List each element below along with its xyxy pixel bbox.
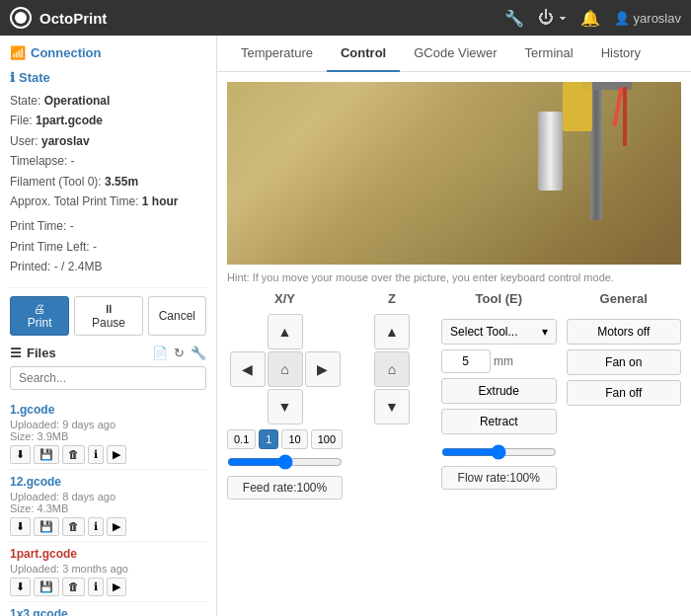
file-name-label[interactable]: 1x3.gcode bbox=[10, 607, 206, 616]
motors-off-label: Motors off bbox=[597, 325, 650, 339]
refresh-icon[interactable]: ↻ bbox=[174, 346, 185, 360]
download-btn[interactable]: ⬇ bbox=[10, 517, 31, 536]
tools-icon[interactable]: 🔧 bbox=[191, 346, 206, 360]
state-content: State: Operational File: 1part.gcode Use… bbox=[10, 91, 206, 277]
notifications-icon[interactable]: 🔔 bbox=[580, 9, 600, 28]
user-row: User: yaroslav bbox=[10, 131, 206, 151]
info-btn[interactable]: ℹ bbox=[88, 517, 104, 536]
power-icon[interactable]: ⏻ ▾ bbox=[538, 9, 566, 27]
fan-off-button[interactable]: Fan off bbox=[567, 380, 681, 406]
select-tool-label: Select Tool... bbox=[450, 325, 517, 339]
info-btn[interactable]: ℹ bbox=[88, 578, 104, 596]
tab-terminal[interactable]: Terminal bbox=[511, 36, 587, 72]
tab-gcode-viewer[interactable]: GCode Viewer bbox=[400, 36, 510, 72]
tab-history[interactable]: History bbox=[587, 36, 654, 72]
print-time-value: - bbox=[70, 219, 74, 233]
y-plus-button[interactable]: ▲ bbox=[268, 314, 303, 349]
print-button[interactable]: 🖨 Print bbox=[10, 296, 69, 336]
extrude-button[interactable]: Extrude bbox=[441, 378, 556, 404]
xy-home-button[interactable]: ⌂ bbox=[268, 351, 303, 387]
list-icon: ☰ bbox=[10, 346, 22, 360]
step-100[interactable]: 100 bbox=[311, 429, 343, 449]
feed-rate-row: Feed rate:100% bbox=[227, 454, 343, 500]
filament-row: Filament (Tool 0): 3.55m bbox=[10, 172, 206, 192]
tab-temperature[interactable]: Temperature bbox=[227, 36, 327, 72]
retract-button[interactable]: Retract bbox=[441, 409, 556, 434]
z-control: Z ▲ ⌂ ▼ bbox=[352, 291, 431, 424]
username-label: yaroslav bbox=[634, 11, 681, 26]
z-label: Z bbox=[352, 291, 431, 306]
dropdown-chevron-icon: ▾ bbox=[542, 325, 548, 339]
sd-btn[interactable]: 💾 bbox=[34, 578, 59, 596]
sd-btn[interactable]: 💾 bbox=[34, 445, 59, 464]
file-name-label[interactable]: 1.gcode bbox=[10, 403, 206, 417]
search-input[interactable] bbox=[10, 366, 206, 390]
print-file-btn[interactable]: ▶ bbox=[107, 517, 126, 536]
step-0-1[interactable]: 0.1 bbox=[227, 429, 256, 449]
camera-feed[interactable] bbox=[227, 82, 681, 265]
tool-label: Tool (E) bbox=[441, 291, 556, 306]
z-minus-button[interactable]: ▼ bbox=[374, 389, 410, 424]
flow-rate-label: Flow rate:100% bbox=[441, 466, 556, 490]
main-layout: 📶 Connection ℹ State State: Operational … bbox=[0, 36, 691, 616]
motors-off-button[interactable]: Motors off bbox=[567, 319, 681, 345]
cancel-button[interactable]: Cancel bbox=[148, 296, 206, 336]
feed-rate-slider[interactable] bbox=[227, 454, 343, 470]
print-file-btn[interactable]: ▶ bbox=[107, 445, 126, 464]
list-item: 12.gcode Uploaded: 8 days ago Size: 4.3M… bbox=[10, 470, 206, 542]
file-meta: Uploaded: 9 days ago bbox=[10, 419, 206, 430]
state-header[interactable]: ℹ State bbox=[10, 70, 206, 85]
tab-bar: Temperature Control GCode Viewer Termina… bbox=[217, 36, 691, 72]
delete-btn[interactable]: 🗑 bbox=[62, 517, 85, 536]
feed-rate-text: Feed rate: bbox=[243, 481, 297, 495]
x-plus-button[interactable]: ▶ bbox=[305, 351, 341, 387]
z-home-button[interactable]: ⌂ bbox=[374, 351, 410, 387]
info-btn[interactable]: ℹ bbox=[88, 445, 104, 464]
user-icon: 👤 bbox=[614, 11, 630, 26]
fan-on-button[interactable]: Fan on bbox=[567, 349, 681, 375]
tool-control: Tool (E) Select Tool... ▾ mm Extrude Ret… bbox=[441, 291, 556, 490]
print-time-row: Print Time: - bbox=[10, 216, 206, 236]
timelapse-value: - bbox=[71, 154, 75, 168]
print-file-btn[interactable]: ▶ bbox=[107, 578, 126, 596]
pause-button[interactable]: ⏸ Pause bbox=[74, 296, 142, 336]
new-file-icon[interactable]: 📄 bbox=[152, 346, 168, 360]
general-label: General bbox=[567, 291, 681, 306]
user-menu[interactable]: 👤 yaroslav bbox=[614, 11, 681, 26]
file-meta: Uploaded: 8 days ago bbox=[10, 491, 206, 502]
select-tool-button[interactable]: Select Tool... ▾ bbox=[441, 319, 556, 345]
sidebar-connection[interactable]: 📶 Connection bbox=[10, 45, 206, 60]
feed-rate-value: 100% bbox=[297, 481, 328, 495]
settings-icon[interactable]: 🔧 bbox=[504, 9, 524, 28]
download-btn[interactable]: ⬇ bbox=[10, 578, 31, 596]
delete-btn[interactable]: 🗑 bbox=[62, 445, 85, 464]
delete-btn[interactable]: 🗑 bbox=[62, 578, 85, 596]
files-action-icons: 📄 ↻ 🔧 bbox=[152, 346, 206, 360]
tab-control[interactable]: Control bbox=[327, 36, 400, 72]
file-name-label[interactable]: 1part.gcode bbox=[10, 547, 206, 561]
fan-off-label: Fan off bbox=[605, 386, 642, 400]
print-time-left-row: Print Time Left: - bbox=[10, 237, 206, 257]
step-buttons: 0.1 1 10 100 bbox=[227, 429, 343, 449]
file-name: 1part.gcode bbox=[36, 114, 103, 127]
mm-unit-label: mm bbox=[494, 354, 513, 368]
camera-image bbox=[227, 82, 681, 265]
download-btn[interactable]: ⬇ bbox=[10, 445, 31, 464]
state-value: Operational bbox=[44, 94, 111, 108]
x-minus-button[interactable]: ◀ bbox=[230, 351, 266, 387]
step-10[interactable]: 10 bbox=[281, 429, 307, 449]
y-minus-button[interactable]: ▼ bbox=[268, 389, 303, 424]
top-nav-actions: 🔧 ⏻ ▾ 🔔 👤 yaroslav bbox=[504, 9, 681, 28]
timelapse-row: Timelapse: - bbox=[10, 151, 206, 171]
flow-rate-slider[interactable] bbox=[441, 444, 556, 460]
sd-btn[interactable]: 💾 bbox=[34, 517, 59, 536]
controls-area: X/Y ▲ ◀ ⌂ ▶ ▼ bbox=[217, 291, 691, 616]
file-name-label[interactable]: 12.gcode bbox=[10, 475, 206, 489]
print-buttons: 🖨 Print ⏸ Pause Cancel bbox=[10, 296, 206, 336]
file-actions: ⬇ 💾 🗑 ℹ ▶ bbox=[10, 445, 206, 464]
extrude-amount-input[interactable] bbox=[441, 349, 491, 373]
user-value: yaroslav bbox=[41, 134, 90, 148]
z-plus-button[interactable]: ▲ bbox=[374, 314, 410, 349]
step-1[interactable]: 1 bbox=[259, 429, 278, 449]
cancel-label: Cancel bbox=[159, 309, 195, 323]
